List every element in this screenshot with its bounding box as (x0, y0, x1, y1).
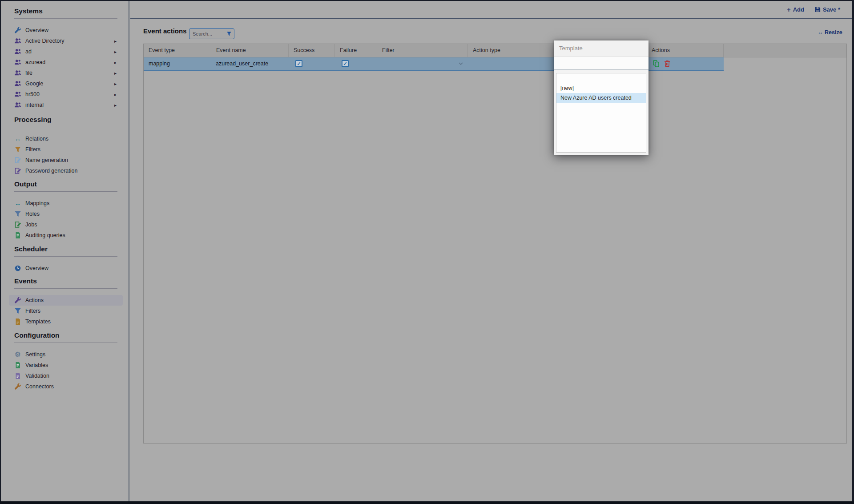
sidebar-item-actions[interactable]: Actions (9, 295, 123, 306)
section-title: Events (14, 277, 117, 289)
search-input[interactable] (189, 29, 227, 39)
section-title: Processing (14, 116, 117, 127)
chevron-down-icon (459, 62, 463, 65)
add-button-label: Add (793, 6, 804, 13)
column-header-action-type: Action type (467, 44, 558, 57)
sidebar-item-validation[interactable]: Validation (14, 371, 117, 381)
sidebar-item-label: internal (25, 102, 44, 108)
application-window: Systems Overview Active Directory ▸ ad ▸… (0, 0, 854, 504)
sidebar-item-label: file (25, 70, 32, 76)
failure-cell: ✓ (334, 57, 377, 70)
sidebar-section-configuration: Configuration ⚙ Settings Variables Valid… (14, 331, 117, 392)
sidebar-item-name-generation[interactable]: Name generation (14, 155, 117, 165)
sidebar-item-filters-processing[interactable]: Filters (14, 144, 117, 155)
sidebar-section-processing: Processing ↔ Relations Filters Name gene… (14, 116, 117, 176)
sidebar-item-label: Filters (25, 146, 40, 153)
document-icon (14, 318, 21, 325)
dropdown-option-highlighted[interactable]: New Azure AD users created (556, 93, 646, 103)
event-type-cell[interactable]: mapping (144, 57, 211, 70)
section-title: Systems (14, 7, 117, 19)
sidebar-item-overview[interactable]: Overview (14, 25, 117, 36)
column-header-event-name: Event name (211, 44, 288, 57)
sidebar-item-password-generation[interactable]: Password generation (14, 165, 117, 176)
sidebar-item-mappings[interactable]: ↔ Mappings (14, 198, 117, 209)
popup-column-header: Template (554, 40, 649, 56)
users-icon (14, 59, 21, 66)
funnel-icon (14, 307, 21, 314)
chevron-right-icon: ▸ (114, 49, 117, 54)
sidebar-item-label: Overview (25, 27, 48, 33)
filter-icon[interactable] (226, 31, 232, 36)
users-icon (14, 80, 21, 87)
chevron-right-icon: ▸ (114, 39, 117, 44)
sidebar-item-label: ad (25, 48, 32, 55)
chevron-right-icon: ▸ (114, 71, 117, 76)
column-header-success: Success (288, 44, 334, 57)
dropdown-option-empty[interactable] (556, 73, 646, 83)
document-icon (14, 372, 21, 379)
wrench-icon (14, 297, 21, 304)
table-header-row: Event type Event name Success Failure Fi… (144, 44, 846, 57)
sidebar-item-scheduler-overview[interactable]: Overview (14, 263, 117, 274)
event-name-cell[interactable]: azuread_user_create (211, 57, 288, 70)
filter-cell[interactable] (377, 57, 467, 70)
sidebar-item-jobs[interactable]: Jobs (14, 219, 117, 230)
sidebar-item-internal[interactable]: internal ▸ (14, 100, 117, 110)
sidebar-item-label: Name generation (25, 157, 68, 163)
sidebar-section-events: Events Actions Filters Templates (14, 277, 117, 327)
event-actions-table: Event type Event name Success Failure Fi… (143, 44, 847, 444)
trash-icon[interactable] (664, 60, 670, 67)
sidebar-item-azuread[interactable]: azuread ▸ (14, 57, 117, 68)
sidebar-item-settings[interactable]: ⚙ Settings (14, 349, 117, 360)
top-toolbar: + Add Save * (130, 1, 852, 19)
sidebar-item-label: Actions (25, 297, 44, 303)
section-title: Output (14, 180, 117, 192)
sidebar-item-relations[interactable]: ↔ Relations (14, 133, 117, 144)
chevron-right-icon: ▸ (114, 92, 117, 97)
sidebar-item-ad[interactable]: ad ▸ (14, 46, 117, 57)
success-checkbox[interactable]: ✓ (295, 60, 302, 67)
resize-button[interactable]: ↔ Resize (818, 29, 842, 36)
users-icon (14, 48, 21, 55)
sidebar-item-google[interactable]: Google ▸ (14, 78, 117, 89)
sidebar-item-label: Password generation (25, 168, 77, 174)
funnel-icon (14, 146, 21, 153)
section-title: Configuration (14, 331, 117, 343)
sidebar-item-connectors[interactable]: Connectors (14, 381, 117, 392)
document-icon (14, 362, 21, 369)
users-icon (14, 91, 21, 98)
sidebar-item-variables[interactable]: Variables (14, 360, 117, 371)
chevron-right-icon: ▸ (114, 81, 117, 86)
gear-icon: ⚙ (14, 351, 21, 358)
double-arrow-icon: ↔ (14, 135, 21, 142)
chevron-right-icon: ▸ (114, 103, 117, 108)
sidebar-item-hr500[interactable]: hr500 ▸ (14, 89, 117, 100)
horizontal-arrows-icon: ↔ (818, 29, 823, 36)
floppy-icon (815, 7, 821, 12)
doc-pencil-icon (14, 167, 21, 174)
sidebar-section-output: Output ↔ Mappings Roles Jobs Auditing qu… (14, 180, 117, 241)
dropdown-option-new[interactable]: [new] (556, 83, 646, 93)
plus-icon: + (787, 6, 791, 13)
add-button[interactable]: + Add (787, 6, 804, 13)
sidebar-item-label: Templates (25, 319, 51, 325)
copy-icon[interactable] (653, 60, 659, 67)
save-button[interactable]: Save * (815, 6, 840, 13)
failure-checkbox[interactable]: ✓ (342, 60, 349, 67)
document-icon (14, 232, 21, 239)
sidebar-item-label: Jobs (25, 222, 37, 228)
funnel-icon (14, 210, 21, 218)
sidebar-item-roles[interactable]: Roles (14, 209, 117, 219)
action-type-cell[interactable] (467, 57, 558, 70)
column-header-filler (723, 44, 846, 57)
users-icon (14, 101, 21, 109)
template-options-list: [new] New Azure AD users created (556, 73, 646, 153)
sidebar-item-filters-events[interactable]: Filters (14, 306, 117, 316)
sidebar-item-templates[interactable]: Templates (14, 316, 117, 327)
chevron-right-icon: ▸ (114, 60, 117, 65)
sidebar-item-label: Connectors (25, 383, 54, 390)
template-input-cell[interactable] (554, 56, 649, 70)
sidebar-item-active-directory[interactable]: Active Directory ▸ (14, 36, 117, 46)
sidebar-item-file[interactable]: file ▸ (14, 68, 117, 78)
sidebar-item-auditing-queries[interactable]: Auditing queries (14, 230, 117, 241)
